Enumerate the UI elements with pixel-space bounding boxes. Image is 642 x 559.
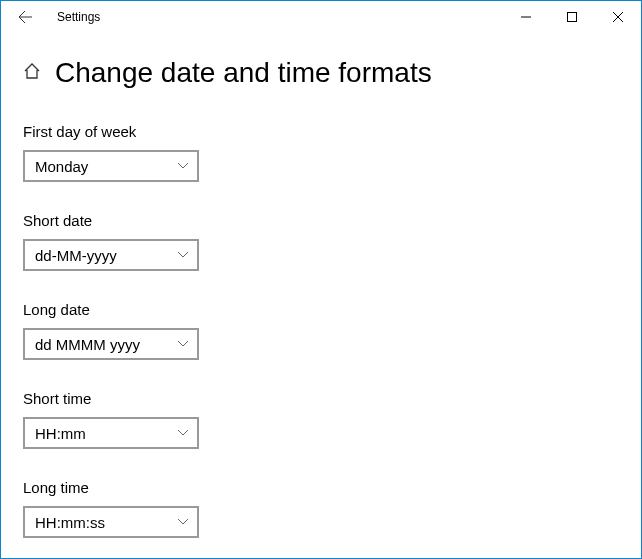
back-button[interactable] bbox=[9, 1, 41, 33]
setting-short-date: Short date dd-MM-yyyy bbox=[23, 212, 619, 271]
setting-first-day-of-week: First day of week Monday bbox=[23, 123, 619, 182]
first-day-of-week-dropdown[interactable]: Monday bbox=[23, 150, 199, 182]
dropdown-value: HH:mm bbox=[35, 425, 86, 442]
chevron-down-icon bbox=[177, 427, 189, 439]
close-icon bbox=[613, 12, 623, 22]
maximize-icon bbox=[567, 12, 577, 22]
setting-short-time: Short time HH:mm bbox=[23, 390, 619, 449]
dropdown-value: dd MMMM yyyy bbox=[35, 336, 140, 353]
setting-label: First day of week bbox=[23, 123, 619, 140]
arrow-left-icon bbox=[17, 9, 33, 25]
dropdown-value: Monday bbox=[35, 158, 88, 175]
maximize-button[interactable] bbox=[549, 1, 595, 33]
dropdown-value: dd-MM-yyyy bbox=[35, 247, 117, 264]
svg-rect-0 bbox=[568, 13, 577, 22]
short-date-dropdown[interactable]: dd-MM-yyyy bbox=[23, 239, 199, 271]
close-button[interactable] bbox=[595, 1, 641, 33]
content-area: Change date and time formats First day o… bbox=[1, 33, 641, 538]
window-controls bbox=[503, 1, 641, 33]
chevron-down-icon bbox=[177, 249, 189, 261]
long-time-dropdown[interactable]: HH:mm:ss bbox=[23, 506, 199, 538]
setting-label: Long date bbox=[23, 301, 619, 318]
setting-long-date: Long date dd MMMM yyyy bbox=[23, 301, 619, 360]
heading-row: Change date and time formats bbox=[23, 57, 619, 89]
minimize-icon bbox=[521, 12, 531, 22]
chevron-down-icon bbox=[177, 338, 189, 350]
home-icon[interactable] bbox=[23, 62, 41, 85]
long-date-dropdown[interactable]: dd MMMM yyyy bbox=[23, 328, 199, 360]
window-title: Settings bbox=[57, 10, 100, 24]
chevron-down-icon bbox=[177, 516, 189, 528]
setting-label: Long time bbox=[23, 479, 619, 496]
page-title: Change date and time formats bbox=[55, 57, 432, 89]
setting-label: Short time bbox=[23, 390, 619, 407]
minimize-button[interactable] bbox=[503, 1, 549, 33]
short-time-dropdown[interactable]: HH:mm bbox=[23, 417, 199, 449]
dropdown-value: HH:mm:ss bbox=[35, 514, 105, 531]
setting-long-time: Long time HH:mm:ss bbox=[23, 479, 619, 538]
chevron-down-icon bbox=[177, 160, 189, 172]
titlebar: Settings bbox=[1, 1, 641, 33]
setting-label: Short date bbox=[23, 212, 619, 229]
